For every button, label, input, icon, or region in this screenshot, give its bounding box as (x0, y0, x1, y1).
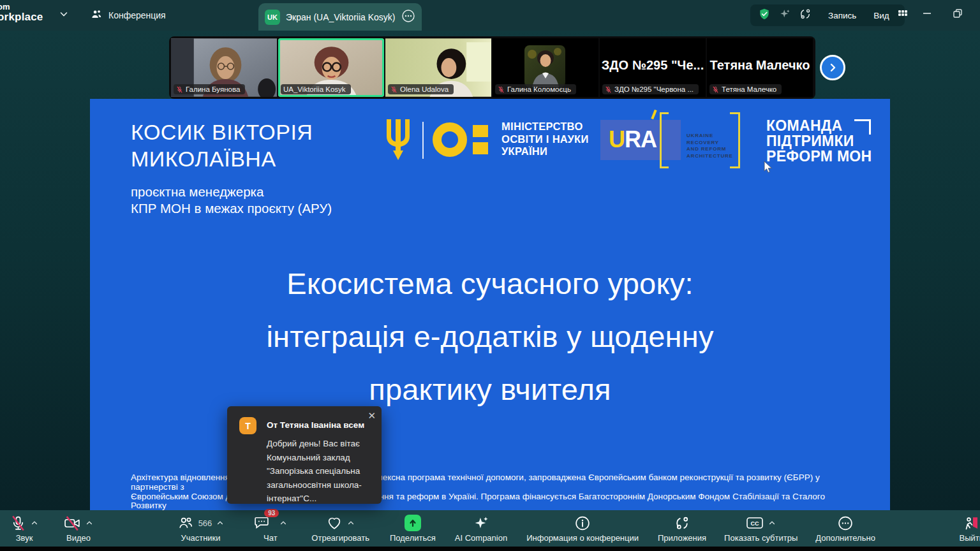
react-button[interactable]: Отреагировать (305, 510, 376, 547)
team-bracket (869, 119, 871, 135)
chevron-up-icon[interactable] (31, 519, 38, 527)
apps-button[interactable]: Приложения (651, 510, 713, 547)
ai-sparkle-icon (473, 515, 489, 531)
participant-name-chip: Галина Коломоєць (495, 84, 576, 94)
info-icon (574, 515, 591, 531)
chevron-up-icon[interactable] (279, 519, 287, 527)
security-shield-icon[interactable] (758, 8, 771, 23)
apps-status-icon[interactable] (799, 8, 812, 23)
meeting-content-area: Галина Буянова UA_Viktoriia Kosyk (0, 31, 980, 510)
video-button[interactable]: Видео (57, 510, 100, 547)
cc-icon: CC (746, 515, 764, 531)
tab-options-icon[interactable] (401, 9, 415, 26)
participant-display-name: ЗДО №295 "Че... (600, 58, 706, 73)
participants-icon (177, 515, 194, 531)
participant-name-chip: UA_Viktoriia Kosyk (281, 84, 351, 94)
muted-mic-icon (712, 86, 719, 93)
meeting-toolbar: Звук Видео 566 Участники (0, 510, 980, 547)
video-tile-olena-udalova[interactable]: Olena Udalova (385, 38, 491, 97)
chevron-up-icon[interactable] (216, 519, 224, 527)
mon-logo-icon (433, 122, 467, 157)
participant-name-chip: ЗДО №295 "Червона ... (602, 84, 699, 94)
muted-mic-icon (176, 86, 183, 93)
slide-speaker-name: КОСИК ВІКТОРІЯ МИКОЛАЇВНА (131, 119, 313, 172)
ura-bracket (730, 166, 740, 168)
mon-logo-square (473, 142, 488, 154)
next-participants-button[interactable] (820, 55, 845, 80)
meeting-status-cluster: Запись Вид (750, 4, 905, 26)
zoom-workplace-logo: om orkplace (0, 3, 43, 24)
apps-icon (674, 515, 690, 531)
participant-name-chip: Тетяна Малечко (709, 84, 782, 94)
reform-team-title: КОМАНДА ПІДТРИМКИ РЕФОРМ МОН (766, 118, 872, 164)
ura-bracket (738, 112, 740, 168)
more-button[interactable]: Дополнительно (809, 510, 882, 547)
close-icon[interactable]: ✕ (368, 410, 376, 422)
chevron-up-icon[interactable] (85, 519, 93, 527)
chevron-up-icon[interactable] (347, 519, 355, 527)
view-grid-icon[interactable] (898, 9, 908, 22)
ai-companion-button[interactable]: AI Companion (449, 510, 514, 547)
ura-logo: URA (600, 120, 681, 160)
participants-strip: Галина Буянова UA_Viktoriia Kosyk (169, 36, 815, 99)
participants-count: 566 (198, 518, 212, 528)
minimize-button[interactable] (921, 8, 933, 22)
svg-text:CC: CC (751, 520, 759, 527)
meeting-info-button[interactable]: Информация о конференции (520, 510, 645, 547)
muted-mic-icon (498, 86, 505, 93)
participant-display-name: Тетяна Малечко (707, 58, 813, 73)
chevron-up-icon[interactable] (768, 519, 776, 527)
participants-icon (91, 8, 103, 22)
muted-mic-icon (390, 86, 397, 93)
chevron-down-icon[interactable] (59, 9, 69, 22)
chat-sender-avatar: Т (239, 417, 256, 434)
heart-icon (326, 515, 343, 531)
participants-button[interactable]: 566 Участники (171, 510, 231, 547)
video-tile-galyna-kolomoiets[interactable]: Галина Коломоєць (493, 38, 598, 97)
uk-language-badge: UK (265, 10, 280, 25)
ura-bracket (660, 112, 662, 168)
tab-conference[interactable]: Конференция (91, 5, 166, 26)
mouse-cursor (764, 161, 773, 177)
leave-door-icon (963, 515, 980, 531)
participant-name-chip: Галина Буянова (174, 84, 245, 94)
audio-button[interactable]: Звук (4, 510, 45, 547)
ai-companion-status-icon[interactable] (779, 8, 791, 22)
more-ellipsis-icon (837, 515, 854, 531)
camera-muted-icon (64, 515, 81, 531)
chat-popup-message: Добрий день! Вас вітає Комунальний закла… (267, 437, 375, 506)
ura-bracket (660, 166, 669, 168)
chat-notification-popup[interactable]: ✕ Т От Тетяна Іваніна всем Добрий день! … (227, 406, 382, 504)
view-label[interactable]: Вид (873, 11, 889, 20)
slide-main-title: Екосистема сучасного уроку: інтеграція е… (90, 257, 890, 416)
mon-logo-square (473, 125, 488, 137)
ura-tagline: UKRAINE RECOVERY AND REFORM ARCHITECTURE (687, 133, 733, 159)
muted-mic-icon (605, 86, 612, 93)
chat-popup-title: От Тетяна Іваніна всем (267, 420, 364, 430)
avatar (524, 45, 565, 87)
recording-label: Запись (828, 11, 856, 20)
chat-button[interactable]: 93 Чат (247, 510, 293, 547)
tab-shared-screen[interactable]: UK Экран (UA_Viktoriia Kosyk) (258, 3, 422, 31)
leave-meeting-button[interactable]: Выйти (953, 510, 980, 547)
captions-button[interactable]: CC Показать субтитры (718, 510, 804, 547)
share-icon (405, 515, 421, 531)
audio-tile-tetiana-malechko[interactable]: Тетяна Малечко Тетяна Малечко (707, 38, 813, 97)
restore-window-button[interactable] (952, 8, 963, 22)
participant-name-chip: Olena Udalova (388, 84, 454, 94)
mic-muted-icon (10, 515, 26, 531)
ukraine-trident-icon (385, 119, 412, 160)
window-title-bar: om orkplace Конференция UK Экран (UA_Vik… (0, 0, 980, 31)
share-screen-button[interactable]: Поделиться (383, 510, 442, 547)
audio-tile-zdo-295[interactable]: ЗДО №295 "Че... ЗДО №295 "Червона ... (600, 38, 706, 97)
chevron-right-icon (827, 62, 838, 73)
slide-speaker-role: проєктна менеджерка КПР МОН в межах проє… (131, 184, 332, 217)
ministry-title: МІНІСТЕРСТВО ОСВІТИ І НАУКИ УКРАЇНИ (501, 121, 589, 158)
video-tile-galyna-buianova[interactable]: Галина Буянова (171, 38, 277, 97)
logo-separator (422, 122, 424, 159)
ura-accent-mark (651, 110, 657, 119)
video-tile-ua-viktoriia-kosyk[interactable]: UA_Viktoriia Kosyk (278, 38, 384, 97)
chat-unread-badge: 93 (264, 509, 279, 517)
screen-edge (0, 547, 980, 551)
